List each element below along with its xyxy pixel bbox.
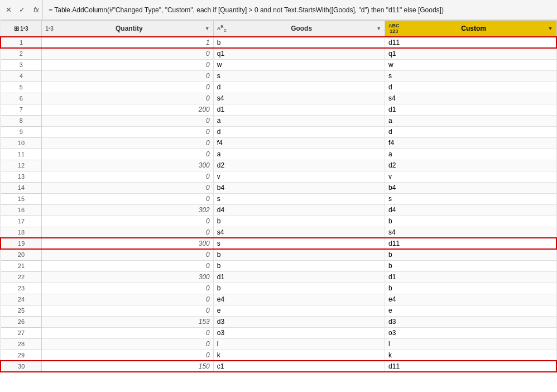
row-number: 3: [1, 59, 42, 70]
goods-filter-icon[interactable]: ▼: [376, 26, 381, 31]
custom-cell: b: [385, 249, 556, 260]
row-number: 21: [1, 260, 42, 271]
formula-text: = Table.AddColumn(#"Changed Type", "Cust…: [45, 6, 555, 14]
row-number: 30: [1, 361, 42, 372]
row-number: 8: [1, 115, 42, 126]
row-number: 26: [1, 316, 42, 327]
table-row: 290kk: [1, 350, 556, 361]
table-container: ⊞ 1²3 1²3 Quantity ▼ ABC Goods ▼: [0, 20, 557, 372]
custom-cell: b: [385, 260, 556, 271]
row-number: 2: [1, 48, 42, 59]
quantity-cell: 153: [42, 316, 213, 327]
table-row: 50dd: [1, 82, 556, 93]
goods-cell: b: [213, 37, 385, 48]
goods-cell: d2: [213, 160, 385, 171]
quantity-cell: 300: [42, 271, 213, 283]
table-row: 26153d3d3: [1, 316, 556, 327]
custom-cell: d3: [385, 316, 556, 327]
quantity-cell: 0: [42, 260, 213, 271]
table-row: 170bb: [1, 216, 556, 227]
quantity-cell: 0: [42, 93, 213, 104]
table-row: 200bb: [1, 249, 556, 260]
quantity-cell: 0: [42, 59, 213, 70]
goods-cell: f4: [213, 137, 385, 149]
fx-label: fx: [30, 0, 43, 20]
row-number: 19: [1, 238, 42, 249]
goods-cell: a: [213, 115, 385, 126]
quantity-cell: 300: [42, 238, 213, 249]
custom-cell: f4: [385, 137, 556, 149]
custom-cell: b4: [385, 182, 556, 193]
quantity-cell: 0: [42, 294, 213, 305]
quantity-filter-icon[interactable]: ▼: [205, 26, 210, 31]
quantity-cell: 0: [42, 350, 213, 361]
goods-column-header[interactable]: ABC Goods ▼: [213, 21, 385, 37]
goods-col-name: Goods: [229, 25, 374, 32]
custom-column-header[interactable]: ABC123 Custom ▼: [385, 21, 556, 37]
goods-cell: c1: [213, 361, 385, 372]
table-row: 19300sd11: [1, 238, 556, 249]
table-row: 180s4s4: [1, 227, 556, 238]
custom-cell: d11: [385, 37, 556, 48]
custom-cell: d1: [385, 104, 556, 115]
formula-icons: ✕ ✓: [2, 4, 28, 16]
row-number: 16: [1, 204, 42, 216]
custom-cell: d11: [385, 361, 556, 372]
row-number: 18: [1, 227, 42, 238]
close-button[interactable]: ✕: [2, 4, 15, 16]
quantity-cell: 0: [42, 115, 213, 126]
goods-cell: l: [213, 338, 385, 350]
goods-cell: q1: [213, 48, 385, 59]
goods-cell: d4: [213, 204, 385, 216]
row-number: 5: [1, 82, 42, 93]
row-number: 27: [1, 327, 42, 338]
table-row: 22300d1d1: [1, 271, 556, 283]
table-row: 250ee: [1, 305, 556, 316]
goods-cell: e: [213, 305, 385, 316]
table-row: 140b4b4: [1, 182, 556, 193]
goods-cell: v: [213, 171, 385, 182]
table-row: 270o3o3: [1, 327, 556, 338]
quantity-column-header[interactable]: 1²3 Quantity ▼: [42, 21, 213, 37]
quantity-cell: 200: [42, 104, 213, 115]
goods-cell: d1: [213, 104, 385, 115]
custom-cell: a: [385, 149, 556, 160]
table-row: 150ss: [1, 193, 556, 204]
custom-cell: q1: [385, 48, 556, 59]
row-number: 12: [1, 160, 42, 171]
custom-cell: s4: [385, 93, 556, 104]
header-row: ⊞ 1²3 1²3 Quantity ▼ ABC Goods ▼: [1, 21, 556, 37]
quantity-cell: 0: [42, 48, 213, 59]
row-number: 14: [1, 182, 42, 193]
goods-cell: d1: [213, 271, 385, 283]
row-number: 20: [1, 249, 42, 260]
quantity-cell: 0: [42, 283, 213, 294]
row-number: 24: [1, 294, 42, 305]
goods-type-icon: ABC: [217, 25, 227, 32]
goods-cell: b4: [213, 182, 385, 193]
row-number: 9: [1, 126, 42, 137]
quantity-cell: 0: [42, 227, 213, 238]
table-row: 90dd: [1, 126, 556, 137]
custom-cell: e4: [385, 294, 556, 305]
custom-cell: d4: [385, 204, 556, 216]
row-number: 29: [1, 350, 42, 361]
table-row: 80aa: [1, 115, 556, 126]
goods-cell: s: [213, 193, 385, 204]
table-row: 7200d1d1: [1, 104, 556, 115]
goods-cell: a: [213, 149, 385, 160]
table-row: 100f4f4: [1, 137, 556, 149]
quantity-cell: 300: [42, 160, 213, 171]
check-button[interactable]: ✓: [16, 4, 28, 16]
row-number: 11: [1, 149, 42, 160]
table-row: 20q1q1: [1, 48, 556, 59]
quantity-cell: 0: [42, 338, 213, 350]
custom-filter-icon[interactable]: ▼: [548, 26, 553, 31]
table-row: 60s4s4: [1, 93, 556, 104]
row-number: 10: [1, 137, 42, 149]
goods-cell: b: [213, 249, 385, 260]
quantity-cell: 0: [42, 82, 213, 93]
goods-cell: s4: [213, 93, 385, 104]
quantity-col-name: Quantity: [56, 25, 203, 32]
goods-cell: b: [213, 283, 385, 294]
